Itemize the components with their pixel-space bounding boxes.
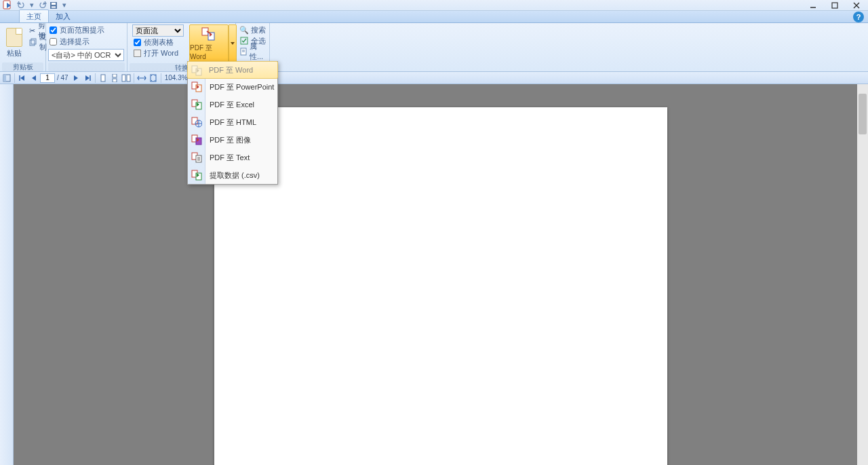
scrollbar-vertical[interactable] [857,84,868,465]
ocr-select[interactable]: <自动> 中的 OCR [48,49,124,61]
layout-select[interactable]: 页面流 [132,24,184,37]
dropdown-item-pdf-excel[interactable]: PDF 至 Excel [188,96,277,113]
svg-rect-28 [113,79,117,82]
selection-hint-checkbox[interactable]: 选择提示 [48,36,91,47]
select-all-icon [239,36,249,45]
svg-marker-24 [85,75,90,81]
facing-button[interactable] [121,73,132,83]
page-range-hint-checkbox[interactable]: 页面范围提示 [48,24,106,35]
maximize-button[interactable] [830,1,840,10]
group-view-options: 页面范围提示 选择提示 <自动> 中的 OCR [46,23,127,71]
svg-rect-9 [31,39,36,44]
view-toolbar: / 47 104.3% [0,72,868,84]
fit-width-button[interactable] [136,73,147,83]
ribbon: 粘贴 ✂ 剪切 复制 剪贴板 页面范围提示 选 [0,23,868,72]
dropdown-item-pdf-text[interactable]: PDF 至 Text [188,149,277,166]
svg-rect-19 [3,75,6,81]
group-clipboard: 粘贴 ✂ 剪切 复制 剪贴板 [0,23,46,71]
svg-marker-23 [74,75,78,81]
copy-icon [29,37,37,47]
dropdown-item-pdf-powerpoint[interactable]: PDF 至 PowerPoint [188,78,277,96]
svg-rect-27 [113,74,117,77]
quick-access-toolbar: ▾ ▾ [16,1,69,10]
svg-marker-20 [20,75,24,81]
app-icon [3,0,14,11]
paste-button[interactable]: 粘贴 [2,24,26,61]
minimize-button[interactable] [808,1,818,10]
next-page-button[interactable] [71,73,81,83]
pdf-html-icon [191,116,203,128]
cut-icon: ✂ [29,26,36,35]
page-view [214,107,667,465]
page-number-input[interactable] [40,73,55,83]
first-page-button[interactable] [17,73,28,83]
dropdown-item-pdf-word[interactable]: PDF 至 Word [187,61,278,79]
help-icon[interactable]: ? [853,12,864,22]
detect-tables-checkbox[interactable]: 侦测表格 [132,37,184,48]
svg-rect-30 [127,75,130,81]
convert-dropdown-menu: PDF 至 Word PDF 至 PowerPoint PDF 至 Excel … [187,61,278,185]
svg-rect-26 [101,75,105,81]
svg-rect-8 [30,40,35,45]
last-page-button[interactable] [82,73,93,83]
close-button[interactable] [852,1,861,10]
svg-rect-5 [832,3,837,8]
fit-page-button[interactable] [148,73,159,83]
open-word-checkbox[interactable]: 打开 Word [132,48,184,58]
prev-page-button[interactable] [28,73,39,83]
undo-icon[interactable] [16,1,26,10]
dropdown-item-pdf-image[interactable]: PDF 至 图像 [188,131,277,149]
dropdown-item-pdf-html[interactable]: PDF 至 HTML [188,113,277,131]
single-page-button[interactable] [98,73,108,83]
pdf-to-word-button[interactable]: PDF 至 Word [189,24,229,62]
svg-marker-22 [32,75,36,81]
properties-button[interactable]: 属性... [238,46,267,57]
dropdown-icon[interactable]: ▾ [27,1,37,10]
continuous-button[interactable] [109,73,120,83]
tab-home[interactable]: 主页 [19,10,49,22]
pdf-word-icon [191,64,203,77]
svg-rect-2 [52,3,56,5]
document-area [0,84,868,465]
pdf-to-word-icon [201,27,216,42]
search-icon: 🔍 [239,25,249,35]
dropdown-icon[interactable]: ▾ [60,1,69,10]
zoom-label: 104.3% [163,74,189,81]
pdf-excel-icon [191,98,203,111]
ribbon-tabs: 主页 加入 ? [0,11,868,23]
pdf-image-icon [191,134,203,146]
paste-label: 粘贴 [7,48,22,58]
svg-rect-3 [52,6,56,8]
extract-data-icon [191,169,203,181]
titlebar: ▾ ▾ [0,0,868,11]
save-icon[interactable] [49,1,58,10]
window-controls [808,1,865,10]
page-total-label: / 47 [56,74,70,81]
pdf-to-word-label: PDF 至 Word [190,43,228,60]
document-canvas[interactable] [14,84,868,465]
pdf-text-icon [191,151,203,164]
redo-icon[interactable] [38,1,47,10]
panel-toggle-button[interactable] [1,73,12,83]
svg-marker-13 [231,42,235,45]
properties-icon [239,47,248,56]
group-clipboard-label: 剪贴板 [2,62,43,71]
tab-add[interactable]: 加入 [49,10,77,22]
search-button[interactable]: 🔍 搜索 [238,24,267,35]
svg-rect-11 [208,33,214,40]
pdf-powerpoint-icon [191,81,203,93]
svg-rect-29 [122,75,125,81]
dropdown-item-extract-data[interactable]: 提取数据 (.csv) [188,166,277,184]
side-panel-collapsed[interactable] [0,84,14,465]
